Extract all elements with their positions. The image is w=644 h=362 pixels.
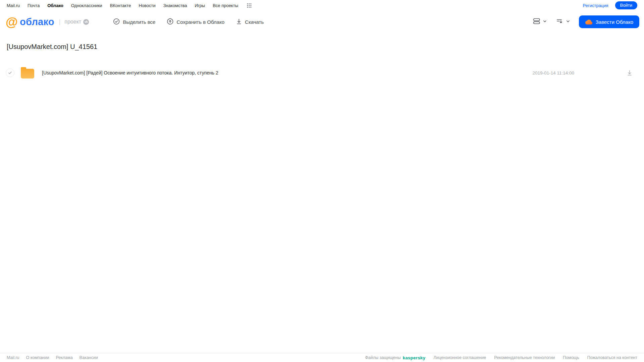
chevron-down-icon — [543, 19, 547, 25]
logo-brand-text: облако — [20, 16, 54, 28]
save-to-cloud-label: Сохранить в Облако — [177, 19, 225, 25]
vk-badge-icon: vk — [83, 19, 89, 25]
kaspersky-logo[interactable]: kaspersky — [403, 355, 426, 360]
chevron-down-icon — [566, 19, 570, 25]
nav-item-vkontakte[interactable]: ВКонтакте — [110, 3, 131, 8]
portal-nav-links: Mail.ru Почта Облако Одноклассники ВКонт… — [7, 3, 252, 8]
login-button[interactable]: Войти — [615, 1, 637, 9]
footer-right-links: Файлы защищены kaspersky Лицензионное со… — [365, 355, 637, 360]
kaspersky-protection: Файлы защищены kaspersky — [365, 355, 426, 360]
nav-item-igry[interactable]: Игры — [195, 3, 205, 8]
nav-item-oblako[interactable]: Облако — [47, 3, 63, 8]
footer-link-help[interactable]: Помощь — [563, 355, 579, 360]
footer-link-recommendations[interactable]: Рекомендательные технологии — [494, 355, 555, 360]
portal-nav: Mail.ru Почта Облако Одноклассники ВКонт… — [0, 0, 644, 11]
sort-dropdown[interactable] — [556, 17, 570, 26]
file-toolbar: Выделить все Сохранить в Облако Скачать — [113, 18, 264, 26]
cloud-logo[interactable]: @ облако | проект vk — [6, 16, 89, 28]
nav-item-odnoklassniki[interactable]: Одноклассники — [71, 3, 102, 8]
footer-left-links: Mail.ru О компании Реклама Вакансии — [7, 355, 98, 360]
main-content: [UsupovMarket.com] U_41561 — [0, 43, 644, 51]
nav-item-mailru[interactable]: Mail.ru — [7, 3, 20, 8]
sort-icon — [556, 17, 564, 26]
check-circle-icon — [113, 18, 120, 26]
download-icon — [236, 18, 242, 26]
download-label: Скачать — [245, 19, 264, 25]
row-download-icon[interactable] — [626, 69, 633, 76]
nav-item-pochta[interactable]: Почта — [28, 3, 40, 8]
file-date: 2019-01-14 11:14:00 — [533, 70, 574, 75]
logo-divider: | — [59, 18, 61, 25]
app-header: @ облако | проект vk Выделить все — [0, 11, 644, 33]
view-mode-dropdown[interactable] — [533, 17, 547, 26]
protected-by-text: Файлы защищены — [365, 355, 401, 360]
logo-project-label: проект vk — [64, 19, 89, 25]
nav-item-all-projects[interactable]: Все проекты — [213, 3, 238, 8]
nav-item-novosti[interactable]: Новости — [139, 3, 155, 8]
project-text: проект — [64, 19, 81, 25]
folder-icon — [21, 69, 34, 79]
cloud-upload-icon — [167, 18, 174, 26]
footer-link-license[interactable]: Лицензионное соглашение — [434, 355, 486, 360]
cloud-logo-icon — [585, 19, 593, 25]
get-cloud-button-label: Завести Облако — [596, 19, 633, 25]
row-checkbox[interactable] — [6, 68, 14, 77]
save-to-cloud-button[interactable]: Сохранить в Облако — [167, 18, 225, 26]
mailru-at-icon: @ — [6, 16, 18, 28]
select-all-label: Выделить все — [123, 19, 155, 25]
get-cloud-button[interactable]: Завести Облако — [579, 15, 639, 28]
all-projects-grid-icon[interactable] — [247, 3, 252, 8]
view-mode-icon — [533, 17, 541, 26]
portal-nav-right: Регистрация Войти — [583, 1, 637, 9]
footer-link-ads[interactable]: Реклама — [56, 355, 72, 360]
footer-link-report[interactable]: Пожаловаться на контент — [587, 355, 637, 360]
footer-link-mailru[interactable]: Mail.ru — [7, 355, 19, 360]
file-list-row[interactable]: [UsupovMarket.com] [Радей] Освоение инту… — [0, 65, 644, 81]
header-right-controls: Завести Облако — [533, 15, 639, 28]
footer-link-jobs[interactable]: Вакансии — [80, 355, 98, 360]
nav-item-znakomstva[interactable]: Знакомства — [163, 3, 187, 8]
page-footer: Mail.ru О компании Реклама Вакансии Файл… — [0, 353, 644, 362]
page-title: [UsupovMarket.com] U_41561 — [7, 43, 637, 51]
file-name-link[interactable]: [UsupovMarket.com] [Радей] Освоение инту… — [42, 70, 533, 75]
registration-link[interactable]: Регистрация — [583, 3, 608, 8]
select-all-button[interactable]: Выделить все — [113, 18, 155, 26]
download-button[interactable]: Скачать — [236, 18, 264, 26]
footer-link-about[interactable]: О компании — [26, 355, 49, 360]
